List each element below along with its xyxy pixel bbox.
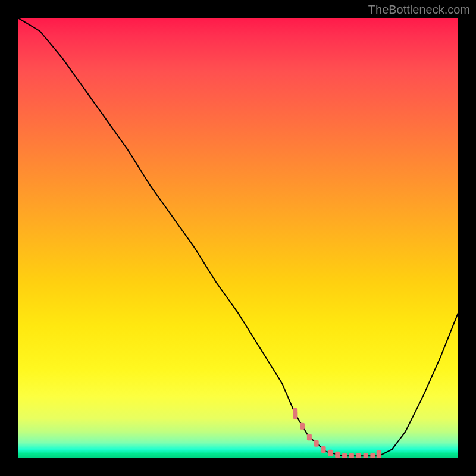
svg-rect-3 (314, 440, 319, 447)
svg-rect-7 (342, 453, 347, 458)
svg-rect-12 (293, 408, 298, 419)
svg-rect-2 (307, 434, 312, 440)
watermark-text: TheBottleneck.com (368, 3, 470, 17)
svg-rect-4 (321, 446, 326, 453)
svg-rect-13 (377, 450, 381, 458)
svg-rect-11 (370, 453, 375, 458)
svg-rect-6 (335, 452, 340, 458)
svg-rect-8 (349, 453, 354, 458)
plot-area (18, 18, 458, 458)
curve-layer (18, 18, 458, 458)
svg-rect-10 (364, 453, 368, 458)
svg-rect-9 (356, 453, 361, 458)
svg-rect-1 (300, 423, 305, 430)
svg-rect-5 (328, 450, 333, 456)
bottleneck-curve (18, 18, 458, 456)
